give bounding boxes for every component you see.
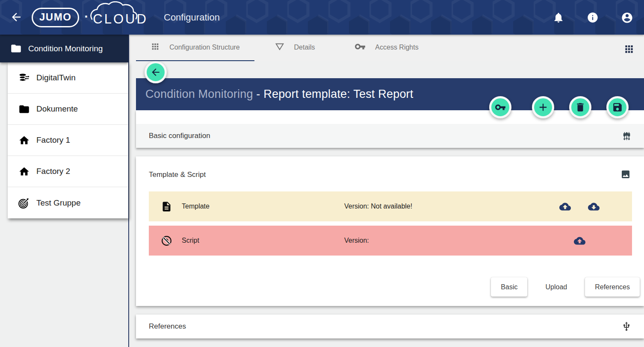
document-icon (161, 201, 172, 212)
sidebar-item-label: Factory 1 (36, 135, 70, 145)
topbar-actions (552, 0, 633, 35)
sliders-icon (621, 131, 632, 141)
tab-configuration-structure[interactable]: Configuration Structure (136, 35, 254, 61)
file-version-text: Version: (344, 237, 369, 244)
cloud-upload-button[interactable] (559, 201, 571, 212)
jumo-cloud-app: JUMO · CLOUD Configuration (0, 0, 644, 347)
tab-details[interactable]: Details (254, 35, 335, 61)
add-fab[interactable] (532, 96, 554, 118)
sidebar-group-header[interactable]: Condition Monitoring (0, 35, 128, 62)
script-off-icon (161, 235, 172, 247)
template-script-card: Template & Script Template Version: Not … (136, 156, 644, 306)
file-version-text: Version: Not available! (344, 203, 412, 210)
sidebar-item-label: Test Gruppe (36, 198, 81, 208)
arrow-left-icon (10, 18, 23, 25)
cloud-upload-button[interactable] (574, 235, 585, 247)
sidebar-header-label: Condition Monitoring (28, 44, 103, 53)
top-app-bar: JUMO · CLOUD Configuration (0, 0, 644, 35)
home-icon (18, 135, 30, 146)
sidebar-item-label: Factory 2 (36, 167, 70, 176)
template-file-row: Template Version: Not available! (149, 191, 632, 221)
jumo-logo-badge: JUMO (32, 8, 79, 27)
home-icon (18, 166, 30, 177)
tab-label: Configuration Structure (169, 44, 240, 51)
cloud-download-icon (588, 207, 600, 214)
tab-bar: Configuration Structure Details Access R… (129, 35, 644, 61)
cloud-logo-wordmark: CLOUD (93, 8, 148, 27)
digital-twin-icon (18, 72, 30, 84)
access-rights-fab[interactable] (489, 96, 511, 118)
image-icon (620, 169, 631, 180)
trash-icon (575, 102, 586, 113)
template-script-header[interactable]: Template & Script (149, 169, 631, 180)
apps-grid-icon (623, 50, 635, 56)
template-script-buttons: Basic Upload References (491, 277, 640, 297)
logo-separator: · (84, 9, 89, 24)
delete-fab[interactable] (569, 96, 591, 118)
page-title: Configuration (164, 0, 220, 35)
sidebar-item-factory-1[interactable]: Factory 1 (8, 125, 128, 156)
upload-button[interactable]: Upload (535, 277, 577, 297)
sidebar-nav: DigitalTwin Dokumente Factory 1 Factory … (8, 62, 128, 218)
back-button[interactable] (9, 10, 24, 25)
folder-icon (10, 43, 22, 54)
grid-view-button[interactable] (623, 44, 635, 55)
references-button[interactable]: References (585, 277, 640, 297)
sidebar-main-divider (128, 35, 129, 347)
target-icon (18, 197, 30, 209)
account-icon (621, 12, 633, 24)
sidebar-item-label: Dokumente (36, 104, 78, 114)
key-icon (495, 102, 506, 113)
sidebar-item-factory-2[interactable]: Factory 2 (8, 156, 128, 187)
file-row-label: Script (182, 237, 199, 244)
key-icon (354, 41, 366, 54)
section-title: References (149, 322, 621, 331)
arrow-left-icon (150, 67, 161, 78)
save-fab[interactable] (606, 96, 629, 118)
section-title: Basic configuration (149, 132, 621, 140)
entity-header-band: Condition Monitoring - Report template: … (136, 78, 644, 110)
file-row-actions (574, 226, 632, 256)
info-button[interactable] (587, 12, 599, 24)
tab-access-rights[interactable]: Access Rights (335, 35, 438, 61)
entity-title: Condition Monitoring - Report template: … (145, 88, 414, 101)
section-title: Template & Script (149, 171, 620, 179)
account-button[interactable] (621, 12, 633, 24)
sidebar-item-digitaltwin[interactable]: DigitalTwin (8, 62, 128, 94)
info-icon (587, 12, 599, 24)
file-row-label: Template (182, 203, 210, 210)
plus-icon (537, 101, 549, 113)
sidebar-item-test-gruppe[interactable]: Test Gruppe (8, 187, 128, 218)
cloud-upload-icon (574, 241, 585, 248)
usb-icon (621, 321, 632, 332)
cloud-download-button[interactable] (588, 201, 600, 212)
jumo-cloud-logo: JUMO · CLOUD (32, 0, 148, 35)
grid-dots-icon (151, 42, 160, 53)
cloud-upload-icon (559, 207, 571, 214)
script-file-row: Script Version: (149, 226, 632, 256)
entity-title-main: - Report template: Test Report (253, 88, 414, 100)
sidebar-item-label: DigitalTwin (36, 73, 76, 82)
tab-label: Access Rights (375, 44, 418, 51)
triangle-down-icon (275, 41, 285, 53)
notifications-button[interactable] (552, 12, 564, 24)
bell-icon (552, 12, 564, 24)
basic-configuration-card: Basic configuration (136, 110, 644, 148)
save-icon (612, 102, 623, 113)
entity-title-prefix: Condition Monitoring (145, 88, 253, 100)
references-card[interactable]: References (136, 315, 644, 338)
navigate-back-fab[interactable] (145, 61, 167, 83)
tab-label: Details (294, 44, 315, 51)
basic-configuration-row[interactable]: Basic configuration (136, 124, 644, 148)
sidebar-item-dokumente[interactable]: Dokumente (8, 94, 128, 125)
basic-button[interactable]: Basic (491, 277, 527, 297)
folder-icon (18, 103, 30, 115)
file-row-actions (559, 191, 632, 221)
